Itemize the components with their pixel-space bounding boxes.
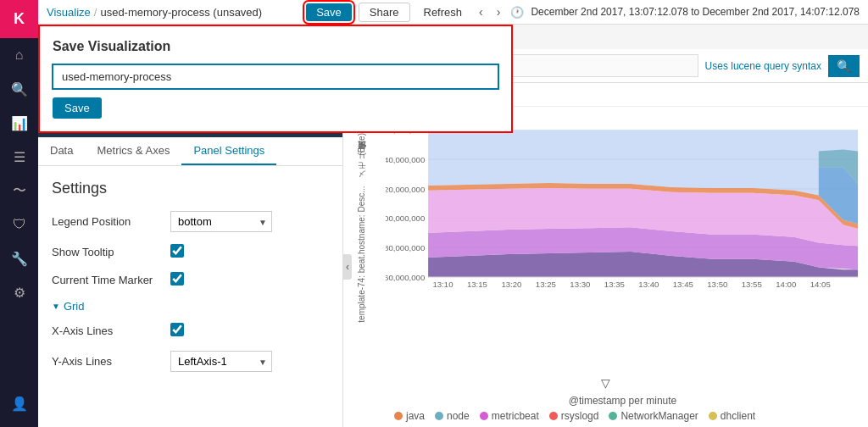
- refresh-button[interactable]: Refresh: [417, 3, 470, 21]
- svg-text:14:00: 14:00: [776, 280, 796, 289]
- sidebar-icon-settings[interactable]: ⚙: [0, 275, 38, 309]
- show-tooltip-label: Show Tooltip: [52, 246, 170, 258]
- svg-text:13:30: 13:30: [570, 280, 590, 289]
- y-axis-lines-label: Y-Axis Lines: [52, 355, 170, 368]
- save-button[interactable]: Save: [306, 3, 352, 21]
- left-panel: metricbeat-* ▶ ✕ Data Metrics & Axes Pan…: [38, 107, 343, 427]
- top-bar: Visualize / used-memory-process (unsaved…: [38, 0, 868, 25]
- time-next-button[interactable]: ›: [493, 3, 504, 20]
- save-panel-save-button[interactable]: Save: [53, 97, 102, 119]
- svg-text:820,000,000: 820,000,000: [386, 185, 425, 194]
- panel-tabs: Data Metrics & Axes Panel Settings: [38, 137, 342, 166]
- legend-label-metricbeat: metricbeat: [492, 410, 539, 422]
- svg-text:13:55: 13:55: [742, 280, 762, 289]
- main-content: Visualize / used-memory-process (unsaved…: [38, 0, 868, 427]
- collapse-panel-button[interactable]: ‹: [343, 254, 352, 280]
- legend-item-node: node: [435, 410, 470, 422]
- sidebar-icon-timelion[interactable]: 〜: [0, 174, 38, 208]
- legend-dot-rsyslogd: [549, 412, 558, 420]
- sidebar-icon-visualize[interactable]: 📊: [0, 106, 38, 140]
- chart-area: ‹ template-74: beat.hostname: Desc... メモ…: [343, 107, 868, 427]
- y-axis-label: template-74: beat.hostname: Desc... メモリ使…: [345, 124, 379, 332]
- logo[interactable]: K: [0, 0, 38, 38]
- sidebar-icon-wrench[interactable]: 🔧: [0, 241, 38, 275]
- legend-dot-java: [394, 412, 403, 420]
- search-submit-button[interactable]: 🔍: [828, 55, 860, 77]
- sidebar-icon-shield[interactable]: 🛡: [0, 208, 38, 241]
- legend-dot-dhclient: [709, 412, 717, 420]
- y-axis-lines-select[interactable]: LeftAxis-1: [170, 351, 272, 372]
- panel-body: Settings Legend Position bottom top left…: [38, 166, 342, 397]
- chart-wrapper: template-74: beat.hostname: Desc... メモリ使…: [343, 107, 868, 374]
- y-axis-lines-row: Y-Axis Lines LeftAxis-1 ▼: [52, 351, 329, 372]
- svg-text:780,000,000: 780,000,000: [386, 243, 425, 252]
- legend-label-rsyslogd: rsyslogd: [561, 410, 599, 422]
- time-prev-button[interactable]: ‹: [476, 3, 487, 20]
- sidebar-icon-user[interactable]: 👤: [0, 386, 38, 420]
- top-bar-actions: Save Share Refresh ‹ › 🕐 December 2nd 20…: [306, 3, 860, 22]
- grid-section-label: Grid: [64, 300, 85, 313]
- svg-text:13:50: 13:50: [707, 280, 727, 289]
- svg-text:14:05: 14:05: [810, 280, 831, 289]
- chart-svg: 860,000,000 840,000,000 820,000,000 800,…: [386, 115, 860, 302]
- svg-text:840,000,000: 840,000,000: [386, 155, 425, 164]
- svg-text:13:45: 13:45: [673, 280, 693, 289]
- share-button[interactable]: Share: [359, 3, 410, 22]
- legend-item-rsyslogd: rsyslogd: [549, 410, 599, 422]
- settings-title: Settings: [52, 180, 329, 197]
- legend-item-dhclient: dhclient: [709, 410, 755, 422]
- grid-chevron-icon: ▼: [52, 302, 60, 311]
- breadcrumb-separator: /: [94, 6, 97, 19]
- visualization-name-input[interactable]: [53, 64, 498, 89]
- legend-item-metricbeat: metricbeat: [480, 410, 539, 422]
- show-tooltip-checkbox[interactable]: [170, 244, 184, 258]
- grid-section-header[interactable]: ▼ Grid: [52, 300, 329, 313]
- svg-text:13:15: 13:15: [467, 280, 487, 289]
- breadcrumb-current: used-memory-process (unsaved): [100, 6, 262, 19]
- legend-label-dhclient: dhclient: [721, 410, 755, 422]
- legend-dot-node: [435, 412, 443, 420]
- breadcrumb-visualize-link[interactable]: Visualize: [47, 6, 91, 19]
- tab-metrics-axes[interactable]: Metrics & Axes: [85, 137, 181, 165]
- legend-dot-networkmanager: [609, 412, 617, 420]
- current-time-marker-row: Current Time Marker: [52, 272, 329, 288]
- sidebar-icon-home[interactable]: ⌂: [0, 38, 38, 72]
- sidebar-icon-dashboard[interactable]: ☰: [0, 140, 38, 174]
- content-area: metricbeat-* ▶ ✕ Data Metrics & Axes Pan…: [38, 107, 868, 427]
- svg-text:13:10: 13:10: [432, 280, 453, 289]
- sidebar: K ⌂ 🔍 📊 ☰ 〜 🛡 🔧 ⚙ 👤: [0, 0, 38, 427]
- save-visualization-panel: Save Visualization Save: [38, 25, 513, 133]
- current-time-marker-control: [170, 272, 329, 288]
- sidebar-icon-discover[interactable]: 🔍: [0, 72, 38, 106]
- legend-position-select[interactable]: bottom top left right: [170, 211, 272, 232]
- legend-dot-metricbeat: [480, 412, 488, 420]
- x-axis-lines-row: X-Axis Lines: [52, 323, 329, 339]
- svg-text:13:40: 13:40: [638, 280, 659, 289]
- show-tooltip-control: [170, 244, 329, 260]
- legend-label-java: java: [406, 410, 425, 422]
- x-axis-lines-label: X-Axis Lines: [52, 324, 170, 337]
- legend-item-networkmanager: NetworkManager: [609, 410, 698, 422]
- x-axis-lines-checkbox[interactable]: [170, 323, 184, 336]
- x-axis-label: @timestamp per minute: [386, 395, 860, 407]
- show-tooltip-row: Show Tooltip: [52, 244, 329, 260]
- svg-text:13:35: 13:35: [604, 280, 625, 289]
- clock-icon: 🕐: [510, 6, 524, 19]
- legend-position-label: Legend Position: [52, 215, 170, 228]
- scroll-down-button[interactable]: ▽: [601, 376, 610, 390]
- legend-position-row: Legend Position bottom top left right ▼: [52, 211, 329, 232]
- lucene-syntax-label: Uses lucene query syntax: [705, 60, 821, 72]
- legend-label-node: node: [447, 410, 470, 422]
- nav-down-area: ▽: [343, 374, 868, 391]
- breadcrumb: Visualize / used-memory-process (unsaved…: [47, 6, 299, 19]
- svg-text:800,000,000: 800,000,000: [386, 214, 425, 223]
- current-time-marker-checkbox[interactable]: [170, 272, 184, 286]
- svg-text:760,000,000: 760,000,000: [386, 273, 425, 282]
- tab-panel-settings[interactable]: Panel Settings: [181, 137, 276, 165]
- legend-item-java: java: [394, 410, 425, 422]
- tab-data[interactable]: Data: [38, 137, 85, 165]
- legend-label-networkmanager: NetworkManager: [620, 410, 698, 422]
- chart-footer: @timestamp per minute java node metri: [343, 391, 868, 427]
- y-axis-lines-control: LeftAxis-1 ▼: [170, 351, 329, 372]
- svg-text:13:25: 13:25: [536, 280, 556, 289]
